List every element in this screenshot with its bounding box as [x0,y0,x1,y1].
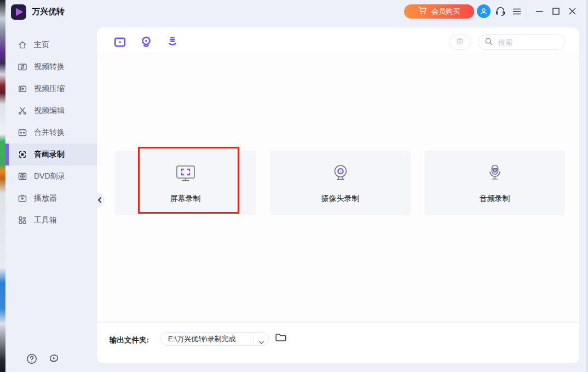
card-label: 音频录制 [480,194,510,204]
content-header [97,27,579,56]
screen-record-icon[interactable] [113,35,127,49]
sidebar-item-label: 视频压缩 [34,84,65,94]
output-folder-select[interactable]: E:\万兴优转\录制完成 [160,332,269,346]
sidebar-item-label: 视频编辑 [34,106,65,116]
search-input[interactable] [497,38,560,47]
app-title: 万兴优转 [32,7,65,17]
cart-icon [418,7,427,16]
feedback-video-icon[interactable] [48,353,60,365]
sidebar-item-merge-convert[interactable]: 合并转换 [5,122,97,144]
menu-icon[interactable] [512,7,524,19]
sidebar-item-label: 合并转换 [34,128,65,138]
sidebar-item-dvd-burn[interactable]: DVD刻录 [5,165,97,187]
webcam-record-icon[interactable] [139,35,153,49]
sidebar-item-label: 音画录制 [34,150,65,159]
merge-convert-icon [18,128,27,138]
player-icon [18,193,27,203]
screen-record-monitor-icon [175,163,197,187]
av-record-icon [18,150,27,159]
sidebar-item-label: 主页 [34,40,49,50]
desktop-background-strip [0,0,5,372]
headset-support-icon[interactable] [494,5,506,18]
dvd-burn-icon [18,171,27,181]
video-compress-icon [18,84,27,94]
card-webcam-record[interactable]: 摄像头录制 [270,151,411,215]
content-panel: 屏幕录制 摄像头录制 [97,27,579,363]
user-avatar-icon[interactable] [477,4,491,18]
footer-separator [97,322,579,323]
sidebar-item-video-edit[interactable]: 视频编辑 [5,100,97,122]
video-edit-icon [18,106,27,116]
toolbox-icon [18,215,27,225]
sidebar-item-label: 工具箱 [34,215,57,225]
audio-record-icon[interactable] [165,35,180,49]
sidebar-item-home[interactable]: 主页 [5,34,97,56]
sidebar-item-label: DVD刻录 [34,171,66,181]
close-icon[interactable] [568,7,577,16]
sidebar-item-video-convert[interactable]: 视频转换 [5,56,97,78]
webcam-icon [330,163,351,187]
output-folder-path: E:\万兴优转\录制完成 [168,334,250,344]
card-screen-record[interactable]: 屏幕录制 [115,151,256,215]
sidebar-item-toolbox[interactable]: 工具箱 [5,209,97,231]
card-label: 屏幕录制 [170,194,201,204]
search-icon [485,37,493,48]
maximize-icon[interactable] [551,7,561,16]
sidebar-item-player[interactable]: 播放器 [5,187,97,209]
output-folder-label: 输出文件夹: [109,335,149,345]
help-icon[interactable] [26,353,38,365]
chevron-down-icon [259,337,264,347]
microphone-icon [484,163,506,187]
trash-icon [456,37,464,48]
app-logo-icon [11,4,26,20]
search-box[interactable] [478,35,565,50]
sidebar-item-label: 播放器 [34,193,57,203]
record-modes-area: 屏幕录制 摄像头录制 [97,57,579,322]
sidebar-item-video-compress[interactable]: 视频压缩 [5,78,97,100]
sidebar-item-label: 视频转换 [34,62,65,72]
sidebar-collapse-handle[interactable] [89,192,105,208]
video-convert-icon [18,62,27,72]
card-label: 摄像头录制 [321,194,360,204]
app-window: { "app": { "name": "万兴优转" }, "titlebar":… [0,0,588,372]
card-audio-record[interactable]: 音频录制 [424,151,565,215]
titlebar-separator [527,7,527,16]
home-icon [18,40,27,50]
sidebar-item-av-record[interactable]: 音画录制 [5,144,97,165]
select-divider [253,335,253,344]
membership-buy-label: 会员购买 [431,7,460,16]
open-folder-icon[interactable] [275,332,288,344]
membership-buy-button[interactable]: 会员购买 [404,4,474,19]
clear-tasks-button[interactable] [449,35,471,50]
minimize-icon[interactable] [535,7,544,16]
